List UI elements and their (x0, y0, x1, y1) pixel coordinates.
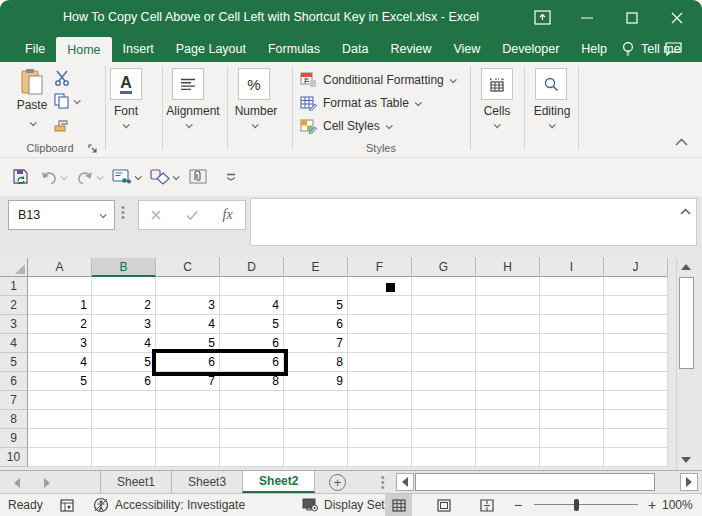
cell-J10[interactable] (604, 448, 668, 467)
cell-F5[interactable] (348, 353, 412, 372)
cell-C10[interactable] (156, 448, 220, 467)
font-dropdown-chevron-icon[interactable] (123, 121, 130, 128)
cell-E8[interactable] (284, 410, 348, 429)
cell-B6[interactable]: 6 (92, 372, 156, 391)
column-header-J[interactable]: J (604, 258, 668, 277)
tab-file[interactable]: File (14, 35, 56, 62)
cell-I2[interactable] (540, 296, 604, 315)
cell-A4[interactable]: 3 (28, 334, 92, 353)
cell-G3[interactable] (412, 315, 476, 334)
cell-G2[interactable] (412, 296, 476, 315)
cell-A8[interactable] (28, 410, 92, 429)
cell-B1[interactable] (92, 277, 156, 296)
cell-F1[interactable] (348, 277, 412, 296)
row-header-1[interactable]: 1 (0, 277, 28, 296)
cell-B7[interactable] (92, 391, 156, 410)
sheet-tab-sheet1[interactable]: Sheet1 (100, 471, 171, 493)
tab-data[interactable]: Data (331, 35, 379, 62)
editing-group-button[interactable] (535, 68, 567, 100)
column-header-F[interactable]: F (348, 258, 412, 277)
cell-E9[interactable] (284, 429, 348, 448)
cell-I6[interactable] (540, 372, 604, 391)
horizontal-scroll-thumb[interactable] (415, 473, 655, 491)
copy-button[interactable] (54, 93, 79, 109)
cell-E2[interactable]: 5 (284, 296, 348, 315)
expand-formula-bar-icon[interactable] (680, 208, 691, 215)
cell-F9[interactable] (348, 429, 412, 448)
sheet-tab-sheet3[interactable]: Sheet3 (171, 471, 242, 493)
cell-A5[interactable]: 4 (28, 353, 92, 372)
cell-I10[interactable] (540, 448, 604, 467)
number-group-button[interactable]: % (238, 68, 270, 100)
insert-function-icon[interactable]: fx (223, 207, 233, 223)
cell-E1[interactable] (284, 277, 348, 296)
shapes-chevron-icon[interactable] (173, 173, 180, 180)
cell-E5[interactable]: 8 (284, 353, 348, 372)
cell-J6[interactable] (604, 372, 668, 391)
column-header-H[interactable]: H (476, 258, 540, 277)
cell-A10[interactable] (28, 448, 92, 467)
scroll-right-button[interactable] (680, 473, 698, 491)
cell-G4[interactable] (412, 334, 476, 353)
cell-H7[interactable] (476, 391, 540, 410)
cell-I9[interactable] (540, 429, 604, 448)
cell-F3[interactable] (348, 315, 412, 334)
row-header-6[interactable]: 6 (0, 372, 28, 391)
column-header-A[interactable]: A (28, 258, 92, 277)
row-header-9[interactable]: 9 (0, 429, 28, 448)
prev-sheet-icon[interactable] (14, 478, 20, 488)
tab-review[interactable]: Review (379, 35, 442, 62)
cell-H6[interactable] (476, 372, 540, 391)
row-header-8[interactable]: 8 (0, 410, 28, 429)
cell-G9[interactable] (412, 429, 476, 448)
cell-G5[interactable] (412, 353, 476, 372)
cell-D9[interactable] (220, 429, 284, 448)
row-header-3[interactable]: 3 (0, 315, 28, 334)
font-group-button[interactable]: A (110, 68, 142, 100)
row-header-5[interactable]: 5 (0, 353, 28, 372)
page-layout-view-button[interactable] (430, 494, 457, 516)
cell-D10[interactable] (220, 448, 284, 467)
cell-A2[interactable]: 1 (28, 296, 92, 315)
cell-F8[interactable] (348, 410, 412, 429)
select-all-button[interactable] (0, 258, 28, 277)
tab-formulas[interactable]: Formulas (257, 35, 331, 62)
cell-G10[interactable] (412, 448, 476, 467)
cell-D1[interactable] (220, 277, 284, 296)
name-box-chevron-icon[interactable] (100, 211, 107, 218)
undo-dropdown-chevron-icon[interactable] (61, 173, 68, 180)
scroll-down-icon[interactable] (681, 457, 691, 463)
cell-C7[interactable] (156, 391, 220, 410)
cell-A3[interactable]: 2 (28, 315, 92, 334)
cell-B8[interactable] (92, 410, 156, 429)
cell-C1[interactable] (156, 277, 220, 296)
shapes-button[interactable] (150, 169, 178, 185)
redo-dropdown-chevron-icon[interactable] (97, 173, 104, 180)
black-square-object[interactable] (386, 283, 395, 292)
cell-B10[interactable] (92, 448, 156, 467)
paste-button[interactable]: Paste (12, 68, 52, 130)
ribbon-display-options-icon[interactable] (522, 0, 562, 35)
cell-styles-button[interactable]: Cell Styles (300, 116, 391, 136)
formula-bar-input[interactable] (250, 198, 697, 246)
cell-C2[interactable]: 3 (156, 296, 220, 315)
cell-I1[interactable] (540, 277, 604, 296)
normal-view-button[interactable] (385, 494, 412, 516)
zoom-in-button[interactable]: + (648, 494, 656, 516)
cell-F2[interactable] (348, 296, 412, 315)
cell-G7[interactable] (412, 391, 476, 410)
save-button[interactable] (12, 168, 30, 186)
cell-B2[interactable]: 2 (92, 296, 156, 315)
editing-dropdown-chevron-icon[interactable] (549, 121, 556, 128)
row-header-7[interactable]: 7 (0, 391, 28, 410)
cut-button[interactable] (54, 70, 70, 86)
cell-G1[interactable] (412, 277, 476, 296)
tab-insert[interactable]: Insert (112, 35, 165, 62)
cell-J8[interactable] (604, 410, 668, 429)
row-header-4[interactable]: 4 (0, 334, 28, 353)
zoom-out-button[interactable]: − (514, 494, 522, 516)
cell-D2[interactable]: 4 (220, 296, 284, 315)
cell-I3[interactable] (540, 315, 604, 334)
cell-J2[interactable] (604, 296, 668, 315)
cell-E6[interactable]: 9 (284, 372, 348, 391)
